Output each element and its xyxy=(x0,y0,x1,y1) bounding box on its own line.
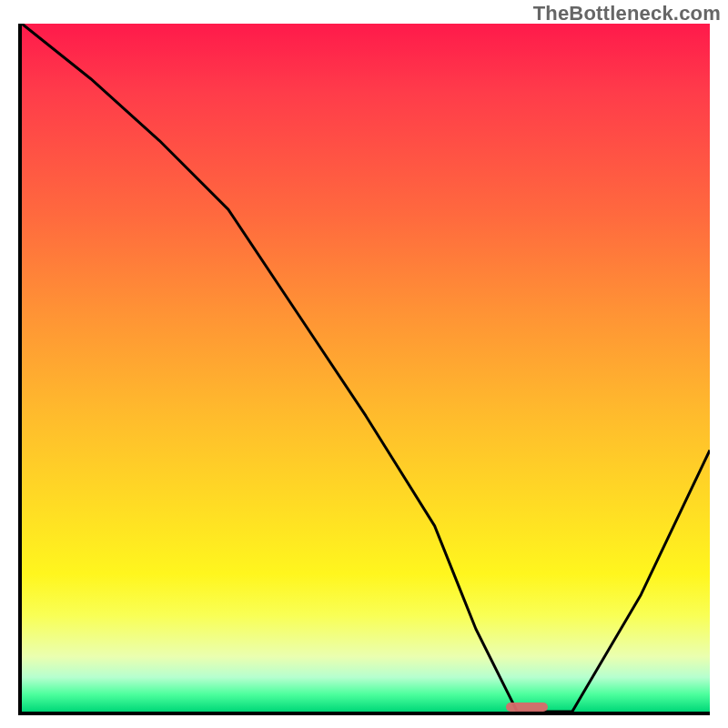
chart-container: TheBottleneck.com xyxy=(0,0,728,728)
curve-path xyxy=(22,24,710,712)
optimal-marker xyxy=(506,703,548,712)
plot-area xyxy=(18,24,710,715)
watermark-text: TheBottleneck.com xyxy=(533,2,721,25)
bottleneck-curve xyxy=(22,24,710,712)
